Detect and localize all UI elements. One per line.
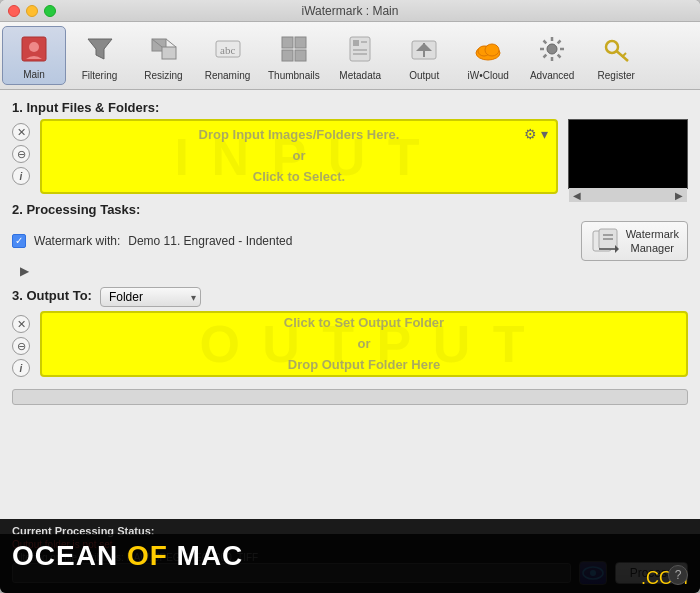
title-bar: iWatermark : Main [0, 0, 700, 22]
svg-rect-9 [282, 37, 293, 48]
svg-rect-12 [295, 50, 306, 61]
advanced-gear-icon [534, 31, 570, 67]
watermark-row: ✓ Watermark with: Demo 11. Engraved - In… [12, 230, 292, 252]
svg-line-29 [544, 40, 547, 43]
processing-label: 2. Processing Tasks: [12, 202, 688, 217]
svg-rect-4 [162, 47, 176, 59]
renaming-icon: abc [210, 31, 246, 67]
processing-section: 2. Processing Tasks: ✓ Watermark with: D… [12, 202, 688, 279]
input-drop-zone[interactable]: I N P U T ⚙ ▾ Drop Input Images/Folders … [40, 119, 558, 194]
gear-icon[interactable]: ⚙ ▾ [524, 126, 548, 142]
prev-arrow[interactable]: ◀ [573, 190, 581, 201]
watermark-with-label: Watermark with: [34, 234, 120, 248]
toolbar-item-iw-cloud[interactable]: iW•Cloud [457, 22, 521, 89]
input-remove-button[interactable]: ✕ [12, 123, 30, 141]
next-arrow[interactable]: ▶ [675, 190, 683, 201]
watermark-manager-icon [590, 226, 620, 256]
toolbar-thumbnails-label: Thumbnails [268, 70, 320, 81]
main-content: 1. Input Files & Folders: ✕ ⊖ i I N P U … [0, 90, 700, 519]
toolbar-item-advanced[interactable]: Advanced [521, 22, 585, 89]
svg-marker-2 [88, 39, 112, 59]
preview-box: ◀ ▶ [568, 119, 688, 189]
toolbar-item-metadata[interactable]: Metadata [329, 22, 393, 89]
expand-tasks-button[interactable]: ▶ [16, 263, 32, 279]
svg-line-35 [622, 53, 626, 57]
toolbar-filtering-label: Filtering [82, 70, 118, 81]
svg-rect-11 [282, 50, 293, 61]
input-section-label: 1. Input Files & Folders: [12, 100, 688, 115]
toolbar-item-output[interactable]: Output [393, 22, 457, 89]
toolbar-item-resizing[interactable]: Resizing [132, 22, 196, 89]
output-drop-text: Click to Set Output Folder or Drop Outpu… [284, 313, 444, 375]
traffic-lights[interactable] [8, 5, 56, 17]
main-icon [16, 31, 52, 66]
toolbar-metadata-label: Metadata [339, 70, 381, 81]
toolbar: Main Filtering Resizing [0, 22, 700, 90]
watermark-overlay: OCEAN OF MAC .COM [0, 534, 700, 593]
toolbar-renaming-label: Renaming [205, 70, 251, 81]
toolbar-advanced-label: Advanced [530, 70, 574, 81]
minimize-button[interactable] [26, 5, 38, 17]
svg-point-24 [547, 44, 557, 54]
toolbar-iw-cloud-label: iW•Cloud [468, 70, 509, 81]
svg-line-30 [558, 54, 561, 57]
maximize-button[interactable] [44, 5, 56, 17]
svg-line-32 [544, 54, 547, 57]
thumbnails-icon [276, 31, 312, 67]
toolbar-resizing-label: Resizing [144, 70, 182, 81]
toolbar-item-renaming[interactable]: abc Renaming [196, 22, 260, 89]
svg-line-6 [166, 39, 176, 47]
input-section: 1. Input Files & Folders: ✕ ⊖ i I N P U … [12, 100, 688, 194]
output-remove-button[interactable]: ✕ [12, 315, 30, 333]
watermark-value: Demo 11. Engraved - Indented [128, 234, 292, 248]
toolbar-main-label: Main [23, 69, 45, 80]
svg-text:abc: abc [220, 44, 235, 56]
output-controls: ✕ ⊖ i [12, 315, 30, 377]
svg-rect-10 [295, 37, 306, 48]
watermark-checkbox[interactable]: ✓ [12, 234, 26, 248]
progress-bar-container [12, 389, 688, 405]
svg-rect-14 [353, 40, 359, 46]
svg-line-31 [558, 40, 561, 43]
output-zoom-button[interactable]: ⊖ [12, 337, 30, 355]
toolbar-register-label: Register [598, 70, 635, 81]
input-zoom-button[interactable]: ⊖ [12, 145, 30, 163]
toolbar-item-main[interactable]: Main [2, 26, 66, 85]
watermark-manager-button[interactable]: WatermarkManager [581, 221, 688, 261]
input-controls: ✕ ⊖ i [12, 123, 30, 185]
output-info-button[interactable]: i [12, 359, 30, 377]
close-button[interactable] [8, 5, 20, 17]
svg-point-23 [485, 44, 499, 56]
toolbar-item-register[interactable]: Register [585, 22, 649, 89]
output-select-wrapper[interactable]: Folder Same Folder Subfolder ▾ [100, 287, 201, 307]
help-button[interactable]: ? [668, 565, 688, 585]
svg-point-1 [29, 42, 39, 52]
output-icon [406, 31, 442, 67]
watermark-manager-label: WatermarkManager [626, 227, 679, 256]
filtering-icon [82, 31, 118, 67]
output-drop-zone[interactable]: O U T P U T Click to Set Output Folder o… [40, 311, 688, 377]
output-select[interactable]: Folder Same Folder Subfolder [100, 287, 201, 307]
resizing-icon [146, 31, 182, 67]
iw-cloud-icon [470, 31, 506, 67]
metadata-icon [342, 31, 378, 67]
toolbar-item-filtering[interactable]: Filtering [68, 22, 132, 89]
register-key-icon [598, 31, 634, 67]
drop-zone-text: Drop Input Images/Folders Here. or Click… [199, 125, 400, 187]
preview-arrows: ◀ ▶ [569, 188, 687, 202]
output-section: 3. Output To: Folder Same Folder Subfold… [12, 287, 688, 377]
toolbar-item-thumbnails[interactable]: Thumbnails [260, 22, 329, 89]
toolbar-output-label: Output [409, 70, 439, 81]
output-label: 3. Output To: [12, 288, 92, 303]
input-info-button[interactable]: i [12, 167, 30, 185]
window-title: iWatermark : Main [302, 4, 399, 18]
